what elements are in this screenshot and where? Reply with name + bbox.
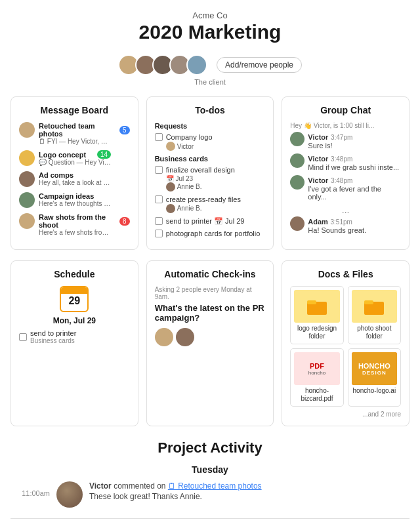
msg-preview: Here's a few shots from the [39,229,111,236]
doc-label: photo shoot folder [352,325,397,340]
todo-checkbox[interactable] [155,166,163,174]
page-header: Acme Co 2020 Marketing Add/remove people… [0,0,420,86]
group-chat-title: Group Chat [290,105,401,115]
msg-preview: 🗒 FYI — Hey Victor, here's [39,138,111,145]
checkins-avatars [155,328,266,346]
doc-label: honcho-logo.ai [352,387,397,395]
schedule-todo-text: send to printer [30,329,76,337]
todo-checkbox[interactable] [155,230,163,237]
todo-assignee: Victor [177,143,194,150]
todos-title: To-dos [155,105,266,115]
docs-more: ...and 2 more [290,411,401,418]
doc-thumb: PDF honcho [294,352,339,385]
todo-checkbox[interactable] [155,217,163,225]
todo-item[interactable]: send to printer 📅 Jul 29 [155,216,266,226]
activity-body: These look great! Thanks Annie. [89,492,410,501]
project-title: 2020 Marketing [0,20,420,44]
todo-checkbox[interactable] [155,195,163,203]
doc-item[interactable]: PDF honcho honcho-bizcard.pdf [290,348,343,407]
activity-link[interactable]: 🗒 Retouched team photos [168,481,262,491]
chat-time: 3:48pm [331,155,352,163]
todo-item[interactable]: create press-ready files Annie B. [155,195,266,213]
doc-label: honcho-bizcard.pdf [294,387,339,403]
svg-rect-1 [307,300,316,304]
avatar [176,328,194,346]
msg-item[interactable]: Raw shots from the shoot 8 Here's a few … [19,213,130,236]
message-board-title: Message Board [19,105,130,115]
docs-files-card: Docs & Files logo redesign folder photo … [282,260,410,426]
people-row: Add/remove people [0,49,420,78]
avatar [155,328,173,346]
chat-item: Victor 3:48pm Mind if we grab sushi inst… [290,153,401,171]
chat-item: Adam 3:51pm Ha! Sounds great. [290,216,401,234]
schedule-date: Mon, Jul 29 [53,316,96,325]
chat-preview: Hey 👋 Victor, is 1:00 still li... [290,122,401,129]
todo-text: photograph cards for portfolio [166,229,261,238]
todo-item[interactable]: finalize overall design 📅 Jul 23 Annie B… [155,165,266,191]
activity-section: Project Activity Tuesday 11:00am Victor … [0,432,420,526]
msg-item[interactable]: Campaign ideas Here's a few thoughts I h… [19,192,130,208]
avatar [166,182,175,192]
activity-content: Victor commented on 🗒 Retouched team pho… [89,481,410,501]
checkins-title: Automatic Check-ins [155,269,266,279]
avatar [290,175,304,190]
doc-item[interactable]: HONCHO DESIGN honcho-logo.ai [348,348,401,407]
avatar-group [118,54,207,75]
message-board-card: Message Board Retouched team photos 5 🗒 … [10,96,138,250]
chat-item: Victor 3:48pm I've got a fever and the o… [290,175,401,201]
company-name: Acme Co [0,10,420,20]
todo-text: send to printer 📅 Jul 29 [166,216,245,226]
todo-assignee: Annie B. [177,205,202,212]
doc-item[interactable]: logo redesign folder [290,286,343,344]
msg-item[interactable]: Logo concept 14 💬 Question — Hey Victor, [19,150,130,166]
todos-section-business: Business cards [155,155,266,163]
activity-time: 11:00am [10,488,50,497]
day-separator [10,518,410,519]
chat-author: Victor [308,155,328,163]
checkins-meta: Asking 2 people every Monday at 9am. [155,286,266,300]
add-people-button[interactable]: Add/remove people [217,57,302,73]
todos-card: To-dos Requests Company logo Victor Busi… [146,96,274,250]
msg-item[interactable]: Ad comps Hey all, take a look at these a… [19,171,130,187]
msg-preview: Hey all, take a look at these and [39,179,111,186]
doc-thumb [294,290,339,323]
avatar [19,171,35,187]
docs-grid: logo redesign folder photo shoot folder … [290,286,401,418]
todo-text: Company logo [166,133,213,141]
todo-text: create press-ready files [166,195,241,203]
day-label-tuesday: Tuesday [10,464,410,475]
msg-title: Logo concept [39,151,86,159]
todo-checkbox[interactable] [155,133,163,141]
doc-thumb [352,290,397,323]
activity-avatar [56,481,83,508]
people-label: The client [0,78,420,86]
todo-assignee: Annie B. [177,183,202,190]
msg-preview: Here's a few thoughts I had [39,200,111,207]
activity-heading: Victor commented on 🗒 Retouched team pho… [89,481,410,491]
calendar-icon: 29 [60,286,89,312]
schedule-todo: send to printer Business cards [19,329,76,344]
docs-title: Docs & Files [290,269,401,279]
msg-title: Campaign ideas [39,192,111,200]
todos-section-requests: Requests [155,122,266,130]
avatar [19,213,35,229]
chat-time: 3:48pm [331,177,352,184]
doc-item[interactable]: photo shoot folder [348,286,401,344]
avatar [290,132,304,146]
chat-author: Victor [308,176,328,184]
chat-author: Adam [308,218,328,226]
chat-message: Sure is! [308,142,352,150]
schedule-title: Schedule [54,269,94,279]
chat-author: Victor [308,133,328,141]
chat-message: Ha! Sounds great. [308,226,366,234]
todo-text: finalize overall design [166,166,235,174]
todo-item[interactable]: Company logo Victor [155,132,266,151]
todo-checkbox[interactable] [19,333,27,341]
schedule-card: Schedule 29 Mon, Jul 29 send to printer … [10,260,138,426]
chat-item: Victor 3:47pm Sure is! [290,132,401,150]
msg-item[interactable]: Retouched team photos 5 🗒 FYI — Hey Vict… [19,122,130,145]
group-chat-card: Group Chat Hey 👋 Victor, is 1:00 still l… [282,96,410,250]
todo-item[interactable]: photograph cards for portfolio [155,229,266,238]
chat-time: 3:47pm [331,134,352,141]
msg-title: Ad comps [39,171,111,179]
